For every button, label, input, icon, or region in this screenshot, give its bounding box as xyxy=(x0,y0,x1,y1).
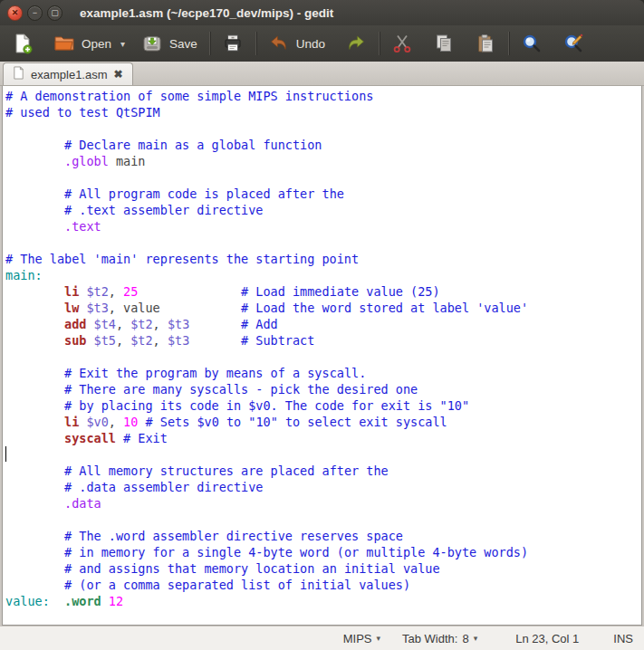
language-label: MIPS xyxy=(343,632,372,645)
tab-label: example1.asm xyxy=(31,68,108,81)
titlebar: ✕ − ▢ example1.asm (~/ecpe170_dev/mips) … xyxy=(0,0,644,25)
tab-width-label: Tab Width: xyxy=(402,632,457,645)
toolbar: Open ▾ Save Undo xyxy=(0,25,644,62)
code-line: # A demonstration of some simple MIPS in… xyxy=(3,88,641,104)
tab-example1-asm[interactable]: example1.asm ✖ xyxy=(3,62,133,85)
language-selector[interactable]: MIPS ▾ xyxy=(338,630,386,647)
code-line: # The .word assembler directive reserves… xyxy=(3,528,641,544)
toolbar-separator xyxy=(379,32,380,55)
cut-button[interactable] xyxy=(385,29,419,58)
search-replace-button[interactable] xyxy=(556,29,591,58)
code-line: # .text assembler directive xyxy=(3,202,641,218)
cut-scissors-icon xyxy=(391,33,413,54)
tab-bar: example1.asm ✖ xyxy=(0,62,644,86)
close-icon: ✖ xyxy=(114,68,123,81)
code-line: # used to test QtSPIM xyxy=(3,104,641,120)
window-minimize-button[interactable]: − xyxy=(27,5,43,21)
code-line: # Exit the program by means of a syscall… xyxy=(3,365,641,381)
print-button[interactable] xyxy=(216,29,250,58)
window-close-button[interactable]: ✕ xyxy=(7,5,23,21)
save-button-label: Save xyxy=(169,37,197,51)
text-caret xyxy=(5,446,6,462)
code-line: # .data assembler directive xyxy=(3,479,641,495)
code-content: # A demonstration of some simple MIPS in… xyxy=(3,88,641,609)
code-line xyxy=(3,234,641,251)
code-line: main: xyxy=(3,267,641,283)
chevron-down-icon: ▾ xyxy=(377,634,381,643)
code-line: # The label 'main' represents the starti… xyxy=(3,251,641,267)
code-line: add $t4, $t2, $t3 # Add xyxy=(3,316,641,332)
code-line: syscall # Exit xyxy=(3,430,641,446)
cursor-position: Ln 23, Col 1 xyxy=(515,632,579,645)
code-line: li $v0, 10 # Sets $v0 to "10" to select … xyxy=(3,414,641,430)
save-button[interactable]: Save xyxy=(135,29,204,58)
search-button[interactable] xyxy=(514,29,549,58)
search-replace-icon xyxy=(562,33,584,54)
gedit-window: ✕ − ▢ example1.asm (~/ecpe170_dev/mips) … xyxy=(0,0,644,650)
code-line xyxy=(3,511,641,528)
code-line: .text xyxy=(3,218,641,234)
save-icon xyxy=(141,33,163,54)
window-maximize-button[interactable]: ▢ xyxy=(47,5,62,21)
code-line: # and assigns that memory location an in… xyxy=(3,560,641,577)
new-document-icon xyxy=(12,33,34,54)
undo-button[interactable]: Undo xyxy=(262,29,332,58)
open-dropdown-button[interactable]: ▾ xyxy=(118,35,128,53)
code-line: lw $t3, value # Load the word stored at … xyxy=(3,300,641,316)
toolbar-separator xyxy=(255,32,256,55)
document-icon xyxy=(12,66,25,82)
window-close-icon: ✕ xyxy=(12,9,19,17)
code-line: sub $t5, $t2, $t3 # Subtract xyxy=(3,332,641,349)
undo-button-label: Undo xyxy=(296,37,325,51)
chevron-down-icon: ▾ xyxy=(474,634,478,643)
toolbar-separator xyxy=(508,32,509,55)
code-line xyxy=(3,120,641,137)
code-line: .data xyxy=(3,495,641,511)
code-line: .globl main xyxy=(3,153,641,169)
text-editor[interactable]: # A demonstration of some simple MIPS in… xyxy=(2,86,642,626)
chevron-down-icon: ▾ xyxy=(120,39,125,49)
open-folder-icon xyxy=(53,33,75,54)
code-line xyxy=(3,169,641,186)
search-icon xyxy=(521,33,543,54)
code-line: # All program code is placed after the xyxy=(3,186,641,202)
redo-icon xyxy=(345,33,367,54)
toolbar-separator xyxy=(209,32,210,55)
print-icon xyxy=(222,33,244,54)
main-area: example1.asm ✖ # A demonstration of some… xyxy=(0,62,644,650)
paste-clipboard-icon xyxy=(475,33,496,54)
code-line xyxy=(3,446,641,463)
code-line: # All memory structures are placed after… xyxy=(3,463,641,479)
code-line: # (or a comma separated list of initial … xyxy=(3,577,641,593)
window-title: example1.asm (~/ecpe170_dev/mips) - gedi… xyxy=(80,6,333,20)
input-mode-indicator: INS xyxy=(613,632,633,645)
code-line: # by placing its code in $v0. The code f… xyxy=(3,397,641,414)
copy-button[interactable] xyxy=(427,29,461,58)
code-line: # Declare main as a global function xyxy=(3,137,641,153)
open-button[interactable]: Open xyxy=(47,29,118,58)
status-bar: MIPS ▾ Tab Width: 8 ▾ Ln 23, Col 1 INS xyxy=(0,626,644,650)
new-document-button[interactable] xyxy=(5,29,40,58)
copy-pages-icon xyxy=(433,33,455,54)
undo-icon xyxy=(268,33,290,54)
tab-width-selector[interactable]: Tab Width: 8 ▾ xyxy=(397,630,483,647)
window-maximize-icon: ▢ xyxy=(51,9,59,17)
code-line: li $t2, 25 # Load immediate value (25) xyxy=(3,283,641,300)
redo-button[interactable] xyxy=(339,29,373,58)
open-button-label: Open xyxy=(82,37,111,51)
tab-width-value: 8 xyxy=(462,632,468,645)
code-line: value: .word 12 xyxy=(3,593,641,609)
code-line: # There are many syscalls - pick the des… xyxy=(3,381,641,397)
paste-button[interactable] xyxy=(468,29,503,58)
code-line: # in memory for a single 4-byte word (or… xyxy=(3,544,641,560)
code-line xyxy=(3,349,641,365)
window-minimize-icon: − xyxy=(33,9,37,17)
tab-close-button[interactable]: ✖ xyxy=(113,68,124,81)
